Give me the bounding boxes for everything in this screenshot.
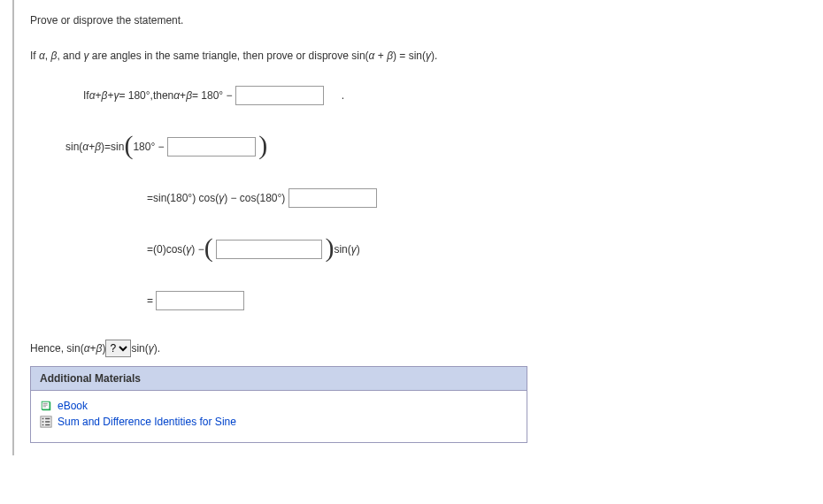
close-paren: ) — [325, 238, 334, 257]
close-paren: ) — [258, 135, 267, 155]
proof-line-4: = (0)cos(γ) − ( ) sin(γ) — [147, 237, 791, 262]
var-alpha: α — [82, 141, 88, 153]
txt: Hence, sin( — [30, 342, 84, 355]
txt: + — [107, 89, 113, 102]
problem-page: Prove or disprove the statement. If α, β… — [12, 0, 791, 455]
var-beta: β — [186, 89, 192, 102]
txt: sin(180°) cos( — [153, 192, 219, 204]
var-beta: β — [387, 50, 393, 62]
var-beta: β — [95, 141, 101, 153]
txt: sin( — [65, 141, 82, 153]
txt: ) − cos(180°) — [224, 192, 285, 204]
var-alpha: α — [173, 89, 180, 102]
txt: If — [83, 89, 89, 102]
txt: = 180° − — [192, 89, 233, 102]
txt: sin( — [409, 50, 426, 62]
var-alpha: α — [39, 50, 45, 62]
var-beta: β — [102, 89, 108, 102]
open-paren: ( — [204, 238, 213, 257]
book-icon — [40, 400, 52, 412]
txt: , and — [57, 50, 83, 62]
txt: ). — [154, 342, 160, 355]
ebook-link[interactable]: eBook — [40, 400, 518, 412]
blank-input-2[interactable] — [167, 137, 256, 157]
blank-input-3[interactable] — [288, 188, 377, 208]
txt: are angles in the same triangle, then pr… — [88, 50, 368, 62]
txt: = — [396, 50, 409, 62]
var-beta: β — [96, 342, 103, 355]
proof-line-2: sin(α + β) = sin ( 180° − ) — [65, 134, 791, 159]
txt: ) — [357, 243, 360, 256]
proof-line-1: If α + β + γ = 180°, then α + β = 180° −… — [83, 83, 791, 108]
var-alpha: α — [89, 89, 96, 102]
txt: = — [147, 192, 153, 204]
proof-block: If α + β + γ = 180°, then α + β = 180° −… — [83, 83, 791, 313]
var-alpha: α — [84, 342, 90, 355]
txt: then — [153, 89, 173, 102]
txt: + — [96, 89, 102, 102]
txt: 180° − — [133, 141, 164, 153]
proof-line-3: = sin(180°) cos(γ) − cos(180°) — [147, 186, 791, 210]
blank-input-5[interactable] — [156, 291, 244, 310]
txt: (0)cos( — [153, 243, 186, 256]
prompt-text: Prove or disprove the statement. — [30, 12, 791, 28]
additional-materials-header: Additional Materials — [31, 367, 527, 391]
identities-link[interactable]: Sum and Difference Identities for Sine — [40, 416, 518, 428]
relation-select[interactable]: ? — [105, 340, 131, 357]
hence-row: Hence, sin(α + β) ? sin(γ). — [30, 340, 791, 357]
txt: ). — [431, 50, 437, 62]
txt: . — [342, 89, 344, 102]
proof-line-5: = — [147, 288, 791, 313]
additional-materials-body: eBook Sum and Difference Identities for … — [31, 391, 527, 442]
blank-input-4[interactable] — [216, 240, 322, 259]
txt: , — [45, 50, 51, 62]
txt: = — [104, 141, 111, 153]
txt: = 180°, — [119, 89, 153, 102]
blank-input-1[interactable] — [235, 86, 324, 105]
list-icon — [40, 416, 52, 428]
open-paren: ( — [124, 135, 133, 155]
link-label: Sum and Difference Identities for Sine — [58, 416, 236, 428]
txt: = — [147, 294, 153, 307]
txt: ) − — [191, 243, 204, 256]
statement-text: If α, β, and γ are angles in the same tr… — [30, 48, 791, 64]
txt: sin( — [131, 342, 148, 355]
txt: sin — [111, 141, 124, 153]
txt: + — [374, 50, 387, 62]
txt: = — [147, 243, 153, 256]
link-label: eBook — [58, 400, 88, 412]
additional-materials-box: Additional Materials eBook Sum and Diffe… — [30, 366, 527, 443]
txt: sin( — [334, 243, 350, 256]
txt: If — [30, 50, 39, 62]
txt: + — [90, 342, 96, 355]
